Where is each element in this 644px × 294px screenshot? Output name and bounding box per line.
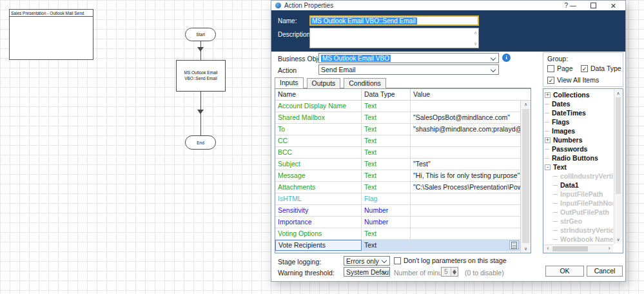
tree-expander-icon[interactable]: + bbox=[545, 92, 551, 98]
tree-item[interactable]: InputFilePathNonIr bbox=[545, 199, 613, 208]
calculator-icon[interactable] bbox=[509, 240, 519, 250]
scroll-up-icon[interactable]: ∧ bbox=[521, 101, 531, 108]
tree-item[interactable]: InputFilePath bbox=[545, 190, 613, 199]
table-row[interactable]: Attachments Text "C:\Sales Process\Prese… bbox=[275, 182, 531, 193]
checkbox-icon[interactable]: ✓ bbox=[547, 77, 554, 84]
action-label: Action bbox=[278, 66, 297, 74]
tab[interactable]: Conditions bbox=[344, 78, 386, 88]
maximize-icon[interactable] bbox=[590, 3, 596, 8]
param-type-cell: Text bbox=[362, 228, 411, 239]
param-value-cell[interactable] bbox=[411, 193, 520, 204]
scroll-down-icon[interactable]: ∨ bbox=[521, 245, 531, 253]
data-type-checkbox[interactable]: ✓ Data Type bbox=[581, 64, 621, 72]
description-input[interactable]: ∧ ∨ bbox=[309, 28, 479, 48]
tree-item[interactable]: Passwords bbox=[545, 144, 613, 153]
tree-connector bbox=[553, 221, 558, 222]
tree-item[interactable]: collIndustryVertical bbox=[545, 172, 613, 181]
view-all-items-checkbox[interactable]: ✓ View All Items bbox=[547, 76, 599, 84]
table-row[interactable]: BCC Text bbox=[275, 147, 531, 159]
scroll-left-icon[interactable]: ‹ bbox=[544, 245, 552, 252]
table-row[interactable]: Account Display Name Text bbox=[275, 101, 531, 112]
tab[interactable]: Outputs bbox=[307, 78, 341, 88]
tree-item[interactable]: - Text bbox=[545, 162, 613, 172]
param-value-cell[interactable] bbox=[411, 101, 520, 112]
tree-item[interactable]: Radio Buttons bbox=[545, 153, 613, 162]
scroll-up-icon[interactable]: ∧ bbox=[474, 30, 477, 35]
column-header-name[interactable]: Name bbox=[275, 89, 362, 100]
param-value-cell[interactable]: "C:\Sales Process\Presentation\Power P..… bbox=[411, 182, 520, 193]
checkbox-icon[interactable] bbox=[547, 65, 554, 72]
table-row[interactable]: Message Text "Hi, This is for only testi… bbox=[275, 170, 531, 182]
warning-threshold-select[interactable]: System Default bbox=[344, 267, 390, 277]
param-value-cell[interactable]: "Test" bbox=[411, 159, 520, 170]
tree-horizontal-scrollbar[interactable]: ‹ › bbox=[544, 244, 613, 252]
spinner-buttons[interactable] bbox=[451, 268, 458, 276]
dont-log-checkbox[interactable]: Don't log parameters on this stage bbox=[394, 257, 507, 264]
table-row[interactable]: Voting Options Text bbox=[275, 228, 531, 240]
scroll-down-icon[interactable]: ∨ bbox=[614, 236, 622, 244]
checkbox-icon[interactable] bbox=[394, 257, 401, 264]
tree-item[interactable]: Dates bbox=[545, 99, 613, 108]
tree-expander-icon[interactable]: - bbox=[545, 164, 551, 170]
param-value-cell[interactable]: "shaship@mindlance.com;pralayd@abili... bbox=[411, 124, 520, 135]
end-stage[interactable]: End bbox=[185, 135, 216, 150]
start-stage[interactable]: Start bbox=[185, 28, 216, 41]
checkbox-icon[interactable]: ✓ bbox=[581, 65, 588, 72]
column-header-type[interactable]: Data Type bbox=[362, 89, 411, 100]
tree-item[interactable]: strGeo bbox=[545, 217, 613, 226]
table-row[interactable]: Vote Recipients Text bbox=[275, 240, 531, 251]
param-value-cell[interactable] bbox=[411, 205, 520, 216]
table-row[interactable]: IsHTML Flag bbox=[275, 193, 531, 205]
dialog-titlebar[interactable]: Action Properties ? — ✕ bbox=[271, 1, 625, 10]
scroll-thumb[interactable] bbox=[616, 97, 621, 194]
scroll-down-icon[interactable]: ∨ bbox=[474, 41, 477, 46]
help-minimize-icon[interactable]: ? — bbox=[564, 3, 576, 9]
tree-item[interactable]: strIndustryVertical bbox=[545, 226, 613, 235]
spinner-down-icon[interactable] bbox=[453, 272, 456, 275]
tree-item[interactable]: + Collections bbox=[545, 90, 613, 99]
param-value-cell[interactable] bbox=[411, 240, 520, 251]
tree-connector bbox=[545, 104, 549, 104]
name-input[interactable]: MS Outlook Email VBO::Send Email bbox=[309, 15, 479, 26]
tree-item[interactable]: OutPutFilePath bbox=[545, 208, 613, 217]
tree-item[interactable]: Images bbox=[545, 126, 613, 135]
action-select[interactable]: Send Email bbox=[318, 64, 499, 75]
param-value-cell[interactable]: "Hi, This is for only testing purpose" bbox=[411, 170, 520, 181]
param-value-cell[interactable] bbox=[411, 228, 520, 239]
scroll-thumb[interactable] bbox=[522, 109, 529, 243]
cancel-button[interactable]: Cancel bbox=[587, 266, 623, 277]
scroll-thumb[interactable] bbox=[552, 246, 588, 251]
table-row[interactable]: Importance Number bbox=[275, 217, 531, 228]
tree-item[interactable]: Workbook Name bbox=[545, 235, 613, 244]
tree-item[interactable]: Flags bbox=[545, 117, 613, 126]
param-value-cell[interactable] bbox=[411, 135, 520, 146]
param-value-cell[interactable] bbox=[411, 217, 520, 228]
scroll-right-icon[interactable]: › bbox=[605, 245, 613, 252]
tree-item[interactable]: DateTimes bbox=[545, 108, 613, 117]
tree-vertical-scrollbar[interactable]: ∧ ∨ bbox=[614, 90, 622, 244]
table-scrollbar[interactable]: ∧ ∨ bbox=[520, 101, 531, 253]
table-row[interactable]: Shared Mailbox Text "SalesOpsBot@mindlan… bbox=[275, 112, 531, 124]
table-row[interactable]: To Text "shaship@mindlance.com;pralayd@a… bbox=[275, 124, 531, 135]
minutes-spinner[interactable]: 5 bbox=[441, 267, 458, 277]
tab[interactable]: Inputs bbox=[275, 77, 304, 88]
group-label: Group: bbox=[547, 55, 568, 63]
page-checkbox[interactable]: Page bbox=[547, 64, 573, 72]
column-header-value[interactable]: Value bbox=[411, 89, 520, 100]
tree-item[interactable]: Data1 bbox=[545, 181, 613, 190]
ok-button[interactable]: OK bbox=[545, 266, 584, 277]
table-row[interactable]: Sensitivity Number bbox=[275, 205, 531, 217]
tree-expander-icon[interactable]: + bbox=[545, 137, 551, 143]
table-row[interactable]: CC Text bbox=[275, 135, 531, 147]
tree-item[interactable]: + Numbers bbox=[545, 135, 613, 144]
action-stage[interactable]: MS Outlook Email VBO::Send Email bbox=[176, 60, 226, 92]
page-note[interactable]: Sales Presentation - Outlook Mail Send bbox=[9, 9, 93, 60]
param-value-cell[interactable] bbox=[411, 147, 520, 158]
business-object-select[interactable]: MS Outlook Email VBO bbox=[318, 53, 499, 63]
scroll-up-icon[interactable]: ∧ bbox=[614, 90, 622, 97]
info-icon[interactable]: i bbox=[502, 54, 511, 62]
table-row[interactable]: Subject Text "Test" bbox=[275, 159, 531, 170]
close-icon[interactable]: ✕ bbox=[610, 3, 616, 9]
param-value-cell[interactable]: "SalesOpsBot@mindlance.com" bbox=[411, 112, 520, 123]
stage-logging-select[interactable]: Errors only bbox=[344, 256, 390, 266]
